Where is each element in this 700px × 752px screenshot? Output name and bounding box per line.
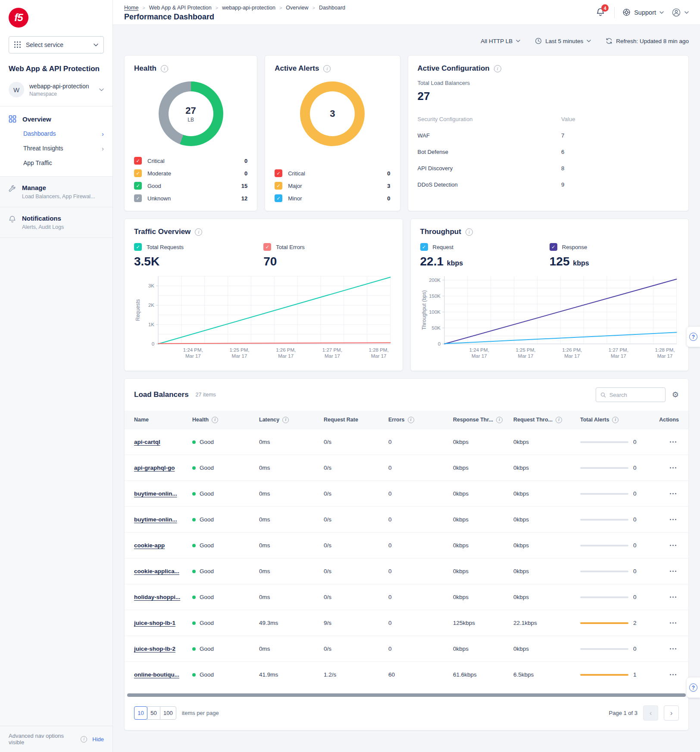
info-icon[interactable]: i: [195, 228, 202, 236]
info-icon[interactable]: i: [323, 65, 331, 72]
column-header-request-throughput[interactable]: Request Thro...i: [513, 417, 580, 423]
manage-sublabel: Load Balancers, App Firewal...: [22, 193, 95, 200]
column-header-name[interactable]: Name: [134, 417, 192, 423]
response-checkbox[interactable]: ✓: [550, 243, 557, 251]
help-button[interactable]: ?: [687, 677, 700, 698]
info-icon[interactable]: i: [161, 65, 168, 72]
sidebar-item-threat-insights[interactable]: Threat Insights ›: [0, 141, 112, 156]
health-status-dot: [192, 647, 196, 651]
row-actions-menu[interactable]: [669, 646, 677, 652]
info-icon[interactable]: i: [81, 736, 87, 743]
minor-checkbox[interactable]: ✓: [275, 194, 282, 202]
row-actions-menu[interactable]: [669, 671, 677, 678]
lb-name-link[interactable]: online-boutiqu...: [134, 671, 179, 678]
next-page-button[interactable]: ›: [664, 705, 679, 721]
legend-value: 3: [387, 183, 390, 189]
sidebar-item-manage[interactable]: Manage Load Balancers, App Firewal...: [0, 177, 112, 207]
column-header-total-alerts[interactable]: Total Alertsi: [580, 417, 653, 423]
major-checkbox[interactable]: ✓: [275, 182, 282, 190]
info-icon[interactable]: i: [408, 417, 414, 423]
lb-name-link[interactable]: buytime-onlin...: [134, 490, 177, 497]
lb-name-link[interactable]: juice-shop-lb-1: [134, 620, 175, 626]
breadcrumb-home[interactable]: Home: [124, 5, 138, 11]
page-size-50-button[interactable]: 50: [147, 706, 160, 720]
info-icon[interactable]: i: [212, 417, 218, 423]
time-range-dropdown[interactable]: Last 5 minutes: [535, 37, 591, 44]
page-size-10-button[interactable]: 10: [134, 706, 147, 720]
column-header-response-throughput[interactable]: Response Thr...i: [453, 417, 513, 423]
help-button[interactable]: ?: [687, 327, 700, 347]
search-input[interactable]: [609, 392, 661, 398]
critical-checkbox[interactable]: ✓: [134, 157, 142, 165]
moderate-checkbox[interactable]: ✓: [134, 169, 142, 177]
breadcrumb-overview[interactable]: Overview: [286, 5, 308, 11]
unknown-checkbox[interactable]: ✓: [134, 194, 142, 202]
svg-text:1:26 PM,Mar 17: 1:26 PM,Mar 17: [276, 347, 296, 359]
column-header-health[interactable]: Healthi: [192, 417, 259, 423]
page-size-100-button[interactable]: 100: [160, 706, 176, 720]
info-icon[interactable]: i: [496, 417, 503, 423]
legend-item: ✓Unknown12: [134, 194, 247, 202]
lb-name-link[interactable]: cookie-applica...: [134, 568, 179, 574]
errors-value: 60: [388, 671, 453, 678]
info-icon[interactable]: i: [282, 417, 289, 423]
lb-name-link[interactable]: cookie-app: [134, 542, 165, 549]
hide-nav-link[interactable]: Hide: [92, 736, 104, 743]
lb-filter-dropdown[interactable]: All HTTP LB: [481, 38, 520, 44]
info-icon[interactable]: i: [466, 228, 473, 236]
column-header-request-rate[interactable]: Request Rate: [324, 417, 388, 423]
request-throughput-value: 0kbps: [513, 542, 580, 549]
lb-name-link[interactable]: api-cartql: [134, 439, 160, 445]
row-actions-menu[interactable]: [669, 490, 677, 497]
alerts-bar: [580, 493, 628, 495]
row-actions-menu[interactable]: [669, 465, 677, 471]
column-header-errors[interactable]: Errorsi: [388, 417, 453, 423]
previous-page-button[interactable]: ‹: [643, 705, 658, 721]
column-header-latency[interactable]: Latencyi: [259, 417, 324, 423]
throughput-card: Throughput i ✓ Request 22.1 kbps: [410, 218, 689, 371]
chevron-right-icon: ›: [102, 131, 104, 137]
gear-icon[interactable]: ⚙: [672, 391, 679, 399]
info-icon[interactable]: i: [494, 65, 501, 72]
lb-name-link[interactable]: buytime-onlin...: [134, 516, 177, 523]
breadcrumb-dashboard[interactable]: Dashboard: [319, 5, 345, 11]
critical-checkbox[interactable]: ✓: [275, 169, 282, 177]
request-checkbox[interactable]: ✓: [420, 243, 428, 251]
breadcrumb-namespace[interactable]: webapp-api-protection: [222, 5, 275, 11]
support-menu[interactable]: Support: [622, 8, 664, 16]
row-actions-menu[interactable]: [669, 620, 677, 626]
sidebar-item-overview[interactable]: Overview: [0, 115, 112, 123]
refresh-button[interactable]: Refresh: Updated 8 min ago: [606, 37, 689, 44]
info-icon[interactable]: i: [556, 417, 562, 423]
row-actions-menu[interactable]: [669, 516, 677, 523]
row-actions-menu[interactable]: [669, 439, 677, 445]
horizontal-scrollbar[interactable]: [127, 693, 686, 697]
config-name: DDoS Detection: [418, 181, 562, 188]
select-service-dropdown[interactable]: Select service: [9, 36, 104, 53]
row-actions-menu[interactable]: [669, 568, 677, 574]
lb-name-link[interactable]: api-graphql-go: [134, 465, 175, 471]
sidebar-item-app-traffic[interactable]: App Traffic: [0, 156, 112, 170]
sidebar-item-notifications[interactable]: Notifications Alerts, Audit Logs: [0, 207, 112, 238]
content: All HTTP LB Last 5 minutes Refresh: Upda…: [113, 25, 700, 752]
total-errors-checkbox[interactable]: ✓: [263, 243, 271, 251]
response-throughput-value: 0kbps: [453, 465, 513, 471]
breadcrumb-product[interactable]: Web App & API Protection: [149, 5, 212, 11]
config-value: 6: [561, 149, 679, 155]
total-requests-checkbox[interactable]: ✓: [134, 243, 142, 251]
f5-logo: f5: [9, 8, 28, 28]
request-throughput-value: 0kbps: [513, 594, 580, 600]
sidebar-item-dashboards[interactable]: Dashboards ›: [0, 126, 112, 141]
page-title: Performance Dashboard: [124, 12, 345, 22]
info-icon[interactable]: i: [612, 417, 619, 423]
row-actions-menu[interactable]: [669, 594, 677, 600]
lb-name-link[interactable]: holiday-shoppi...: [134, 594, 180, 600]
row-actions-menu[interactable]: [669, 542, 677, 549]
lb-name-link[interactable]: juice-shop-lb-2: [134, 646, 175, 652]
notifications-bell-button[interactable]: 4: [594, 6, 606, 19]
column-header-actions: Actions: [653, 417, 679, 423]
account-menu[interactable]: [672, 8, 689, 17]
good-checkbox[interactable]: ✓: [134, 182, 142, 190]
namespace-selector[interactable]: W webapp-api-protection Namespace: [9, 82, 104, 106]
latency-value: 49.3ms: [259, 620, 324, 626]
